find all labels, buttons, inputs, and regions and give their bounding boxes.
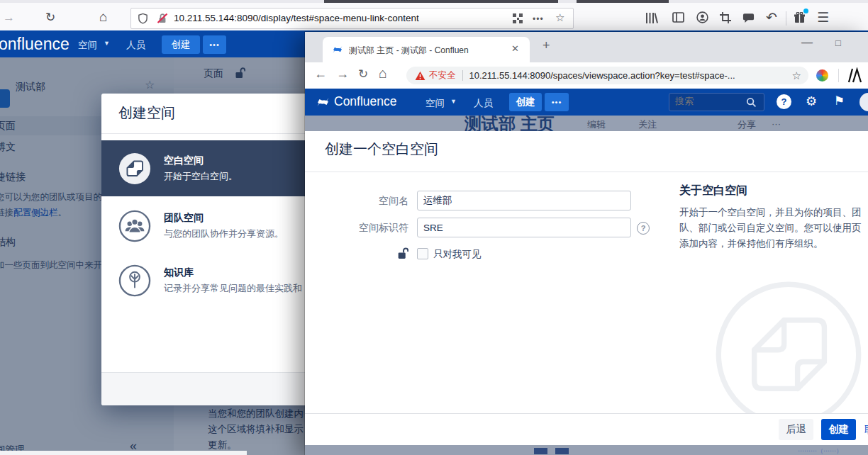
team-space-icon bbox=[118, 210, 151, 242]
chrome-tab-strip: 测试部 主页 - 测试部 - Confluen ✕ + — □ bbox=[305, 32, 868, 62]
address-bar[interactable]: 10.211.55.144:8090/display/test#space-me… bbox=[130, 8, 574, 29]
menu-icon[interactable]: ☰ bbox=[817, 11, 829, 24]
about-line-2: 队、部门或公司自定义空间。您可以使用页 bbox=[679, 220, 862, 236]
url-text: 10.211.55.144:8090/spaces/viewspace.acti… bbox=[469, 70, 785, 81]
chrome-address-bar[interactable]: 不安全 10.211.55.144:8090/spaces/viewspace.… bbox=[406, 67, 808, 84]
avatar[interactable] bbox=[859, 93, 868, 111]
search-box[interactable] bbox=[669, 93, 764, 111]
fg-page-strip: 测试部 主页 编辑 关注 分享 ··· bbox=[305, 116, 868, 131]
cancel-link[interactable]: 取消 bbox=[864, 424, 868, 437]
fg-nav-people[interactable]: 人员 bbox=[474, 97, 493, 110]
permission-lock-icon bbox=[396, 247, 408, 259]
search-input[interactable] bbox=[674, 95, 744, 107]
space-type-title: 知识库 bbox=[164, 266, 302, 279]
back-icon[interactable]: ← bbox=[314, 67, 327, 82]
extension-v-icon[interactable] bbox=[847, 67, 864, 84]
window-maximize-icon[interactable]: □ bbox=[835, 38, 841, 48]
bg-more-button[interactable]: ••• bbox=[203, 35, 226, 54]
fg-page-button-edit[interactable]: 编辑 bbox=[587, 118, 606, 131]
chrome-tab-title: 测试部 主页 - 测试部 - Confluen bbox=[349, 45, 506, 57]
extension-separator bbox=[838, 69, 839, 82]
space-name-label: 空间名 bbox=[305, 195, 408, 208]
blank-space-dialog: 创建一个空白空间 空间名 空间标识符 ? 只对我可见 关于空白空间 开始于一个空… bbox=[305, 131, 868, 445]
fg-page-button-more[interactable]: ··· bbox=[772, 118, 781, 129]
blank-space-icon bbox=[118, 152, 151, 185]
chrome-active-tab[interactable]: 测试部 主页 - 测试部 - Confluen ✕ bbox=[323, 37, 530, 62]
home-icon[interactable]: ⌂ bbox=[99, 10, 107, 23]
space-key-input[interactable] bbox=[417, 218, 631, 237]
fg-page-heading: 测试部 主页 bbox=[464, 116, 555, 131]
key-help-icon[interactable]: ? bbox=[637, 222, 650, 235]
visible-only-me-checkbox[interactable] bbox=[417, 248, 428, 259]
confluence-favicon bbox=[332, 44, 343, 55]
blank-space-dialog-title: 创建一个空白空间 bbox=[325, 140, 438, 159]
sidebar-icon[interactable] bbox=[672, 12, 684, 23]
bookmark-star-icon[interactable]: ☆ bbox=[555, 11, 564, 24]
space-type-title: 团队空间 bbox=[164, 212, 284, 225]
security-label[interactable]: 不安全 bbox=[429, 69, 456, 82]
bg-link-fragment: ⋯⋯⋯（⋯⋯） bbox=[798, 446, 842, 455]
fg-page-button-share[interactable]: 分享 bbox=[738, 118, 756, 131]
about-blank-space-title: 关于空白空间 bbox=[679, 184, 747, 198]
visible-only-me-label: 只对我可见 bbox=[433, 248, 482, 261]
page-actions-icon[interactable]: ••• bbox=[533, 14, 544, 24]
space-name-input[interactable] bbox=[417, 191, 631, 210]
fg-more-button[interactable]: ••• bbox=[545, 93, 569, 111]
bg-nav-spaces-caret-icon[interactable]: ▼ bbox=[104, 40, 110, 47]
space-type-title: 空白空间 bbox=[164, 155, 238, 167]
library-icon[interactable] bbox=[645, 12, 658, 24]
fg-confluence-logo-text[interactable]: Confluence bbox=[334, 94, 397, 109]
back-button[interactable]: 后退 bbox=[779, 419, 813, 440]
bg-create-button[interactable]: 创建 bbox=[162, 35, 200, 54]
reload-icon[interactable]: ↻ bbox=[358, 67, 368, 82]
qr-grid-icon[interactable] bbox=[513, 13, 523, 23]
help-icon[interactable]: ? bbox=[777, 94, 791, 109]
space-key-label: 空间标识符 bbox=[305, 222, 408, 235]
chrome-url-row: ← → ↻ ⌂ 不安全 10.211.55.144:8090/spaces/vi… bbox=[305, 62, 868, 89]
fg-confluence-header: Confluence 空间 ▼ 人员 创建 ••• ? ⚙ ⚑ bbox=[305, 89, 868, 116]
tracking-protection-icon[interactable] bbox=[138, 13, 148, 24]
warning-icon bbox=[415, 71, 425, 81]
bg-nav-people[interactable]: 人员 bbox=[126, 39, 145, 52]
bg-nav-spaces[interactable]: 空间 bbox=[78, 39, 97, 52]
reload-icon[interactable]: ↻ bbox=[45, 11, 55, 23]
notification-flag-icon[interactable]: ⚑ bbox=[834, 94, 845, 108]
bg-page-fragment-1 bbox=[534, 448, 547, 454]
forward-icon[interactable]: → bbox=[3, 11, 15, 23]
pill-separator bbox=[462, 70, 463, 81]
firefox-toolbar: → ↻ ⌂ 10.211.55.144:8090/display/test#sp… bbox=[0, 3, 868, 31]
blank-space-watermark-icon bbox=[714, 280, 863, 429]
undo-icon[interactable]: ↶ bbox=[766, 11, 777, 24]
search-icon[interactable] bbox=[746, 97, 757, 108]
home-icon[interactable]: ⌂ bbox=[379, 65, 387, 82]
firefox-bottom-sliver bbox=[0, 451, 247, 455]
dialog-footer: 后退 创建 取消 bbox=[305, 413, 868, 446]
gift-notification-dot bbox=[803, 9, 808, 13]
url-text: 10.211.55.144:8090/display/test#space-me… bbox=[174, 13, 419, 23]
toolbar-separator bbox=[786, 11, 786, 26]
account-icon[interactable] bbox=[696, 11, 708, 23]
fg-create-button[interactable]: 创建 bbox=[509, 93, 542, 111]
space-type-desc: 与您的团队协作并分享资源。 bbox=[164, 228, 284, 240]
gift-icon[interactable] bbox=[794, 12, 806, 23]
new-tab-icon[interactable]: + bbox=[542, 38, 550, 53]
fg-page-button-watch[interactable]: 关注 bbox=[638, 118, 657, 131]
settings-gear-icon[interactable]: ⚙ bbox=[806, 94, 817, 109]
chat-icon[interactable] bbox=[742, 13, 755, 23]
forward-icon[interactable]: → bbox=[336, 67, 349, 82]
window-minimize-icon[interactable]: — bbox=[801, 36, 813, 49]
space-type-desc: 开始于空白空间。 bbox=[164, 170, 238, 183]
bookmark-star-icon[interactable]: ☆ bbox=[792, 69, 801, 82]
bg-confluence-logo: onfluence bbox=[0, 35, 69, 54]
bg-page-fragment-2 bbox=[555, 448, 569, 454]
fg-nav-spaces[interactable]: 空间 bbox=[425, 97, 445, 110]
create-space-dialog-title: 创建空间 bbox=[118, 103, 175, 123]
extension-colorpicker-icon[interactable] bbox=[816, 69, 828, 82]
screenshot-crop-icon[interactable] bbox=[720, 12, 731, 23]
fg-nav-spaces-caret-icon[interactable]: ▼ bbox=[450, 98, 457, 105]
chrome-window: 测试部 主页 - 测试部 - Confluen ✕ + — □ ← → ↻ ⌂ … bbox=[305, 32, 868, 455]
about-line-1: 开始于一个空白空间，并且为你的项目、团 bbox=[679, 205, 862, 220]
screen: → ↻ ⌂ 10.211.55.144:8090/display/test#sp… bbox=[0, 0, 868, 455]
create-button[interactable]: 创建 bbox=[821, 419, 856, 440]
tab-close-icon[interactable]: ✕ bbox=[511, 43, 519, 54]
